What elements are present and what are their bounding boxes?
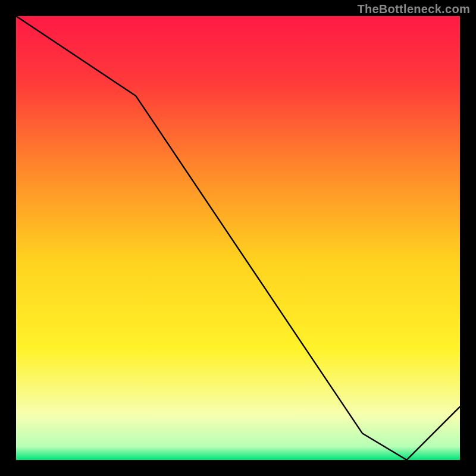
chart-area bbox=[16, 16, 460, 460]
bottleneck-chart-svg bbox=[16, 16, 460, 460]
attribution-text: TheBottleneck.com bbox=[357, 2, 470, 16]
chart-gradient-bg bbox=[16, 16, 460, 460]
